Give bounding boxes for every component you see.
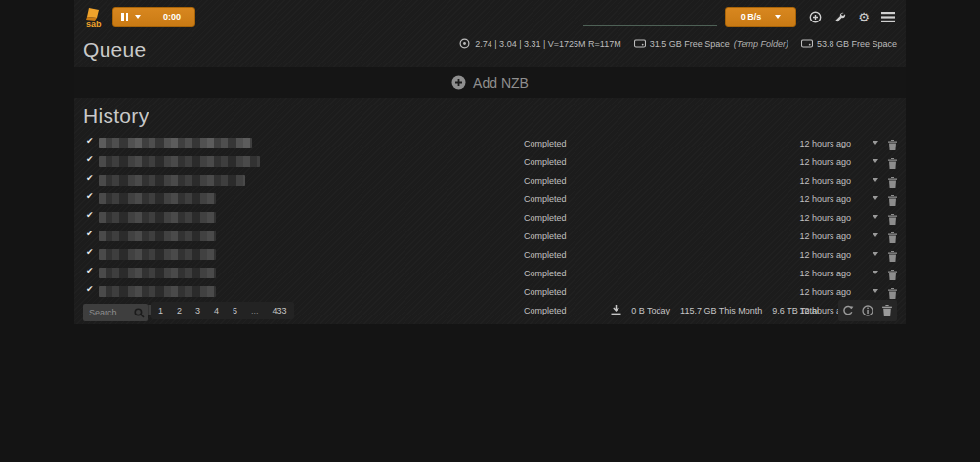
row-dropdown-icon[interactable] — [873, 178, 878, 182]
row-dropdown-icon[interactable] — [873, 215, 878, 219]
status-label: Completed — [524, 194, 567, 204]
hdd-icon — [634, 39, 646, 48]
pause-timer[interactable]: 0:00 — [149, 8, 194, 26]
page-button[interactable]: 1 — [151, 302, 170, 319]
timer-value: 0:00 — [163, 12, 181, 21]
age-label: 12 hours ago — [799, 231, 851, 241]
history-row[interactable]: ✔ Completed 12 hours ago — [74, 227, 906, 245]
check-icon: ✔ — [86, 137, 94, 146]
history-footer: 1 2 3 4 5 ... 433 0 B Today 115.7 GB Thi… — [74, 296, 906, 324]
check-icon: ✔ — [86, 192, 94, 201]
stat-total: 9.6 TB Total — [772, 306, 819, 315]
system-load-icon — [459, 38, 470, 49]
plus-circle-icon[interactable] — [806, 8, 824, 25]
sabnzbd-logo[interactable]: sab — [83, 5, 107, 28]
speed-history-graph — [583, 7, 717, 26]
free-space-temp-note: (Temp Folder) — [734, 39, 788, 49]
job-name-redacted — [99, 268, 216, 278]
stat-today: 0 B Today — [631, 306, 670, 315]
navbar-icons: ⚙ — [806, 8, 897, 25]
page-button[interactable]: 4 — [207, 302, 226, 319]
purge-history-trash-icon[interactable] — [877, 300, 897, 321]
check-icon: ✔ — [86, 230, 94, 238]
add-nzb-label: Add NZB — [473, 75, 529, 91]
page-button[interactable]: 3 — [189, 302, 207, 319]
age-label: 12 hours ago — [799, 157, 851, 167]
status-label: Completed — [524, 231, 567, 241]
page-button[interactable]: 433 — [266, 302, 294, 319]
job-name-redacted — [99, 138, 252, 148]
history-row[interactable]: ✔ Completed 12 hours ago — [74, 134, 906, 152]
main-panel: sab 0:00 0 B/s ⚙ — [74, 0, 906, 324]
check-icon: ✔ — [86, 248, 94, 257]
status-label: Completed — [524, 213, 567, 223]
job-name-redacted — [99, 249, 216, 260]
wrench-icon[interactable] — [831, 8, 848, 25]
free-space-temp: 31.5 GB Free Space — [650, 39, 730, 49]
page-button[interactable]: 5 — [226, 302, 244, 319]
check-icon: ✔ — [86, 285, 94, 294]
add-nzb-dropzone[interactable]: Add NZB — [74, 67, 906, 98]
history-row[interactable]: ✔ Completed 12 hours ago — [74, 189, 906, 208]
row-dropdown-icon[interactable] — [873, 233, 878, 237]
age-label: 12 hours ago — [799, 139, 851, 148]
refresh-icon[interactable] — [838, 300, 858, 321]
history-row[interactable]: ✔ Completed 12 hours ago — [74, 152, 906, 171]
speed-value: 0 B/s — [741, 12, 762, 21]
history-actions — [838, 300, 897, 321]
status-label: Completed — [524, 269, 567, 278]
free-space-complete: 53.8 GB Free Space — [817, 39, 897, 49]
menu-icon[interactable] — [879, 8, 897, 25]
row-dropdown-icon[interactable] — [873, 289, 878, 293]
gear-icon[interactable]: ⚙ — [855, 8, 873, 25]
pagination: 1 2 3 4 5 ... 433 — [151, 302, 294, 319]
status-label: Completed — [524, 176, 567, 186]
pause-icon — [121, 13, 128, 21]
row-dropdown-icon[interactable] — [873, 159, 878, 163]
stat-month: 115.7 GB This Month — [680, 306, 762, 315]
add-nzb-icon — [451, 75, 466, 90]
age-label: 12 hours ago — [799, 213, 851, 223]
history-row[interactable]: ✔ Completed 12 hours ago — [74, 245, 906, 264]
history-title: History — [74, 105, 906, 128]
pause-button[interactable] — [113, 8, 149, 26]
status-label: Completed — [524, 250, 567, 260]
job-name-redacted — [99, 156, 260, 167]
check-icon: ✔ — [86, 267, 94, 275]
history-row[interactable]: ✔ Completed 12 hours ago — [74, 208, 906, 227]
status-label: Completed — [524, 157, 567, 167]
pause-button-group: 0:00 — [112, 7, 195, 27]
age-label: 12 hours ago — [799, 194, 851, 204]
download-icon — [611, 305, 621, 315]
svg-text:sab: sab — [86, 20, 102, 28]
history-row[interactable]: ✔ Completed 12 hours ago — [74, 264, 906, 282]
check-icon: ✔ — [86, 155, 94, 164]
history-list: ✔ Completed 12 hours ago ✔ Completed 12 … — [74, 134, 906, 319]
history-row[interactable]: ✔ Completed 12 hours ago — [74, 171, 906, 189]
job-name-redacted — [99, 231, 216, 241]
age-label: 12 hours ago — [799, 250, 851, 260]
top-navbar: sab 0:00 0 B/s ⚙ — [74, 0, 906, 33]
check-icon: ✔ — [86, 174, 94, 183]
system-load-value: 2.74 | 3.04 | 3.31 | V=1725M R=117M — [475, 39, 620, 49]
job-name-redacted — [99, 193, 216, 204]
chevron-down-icon — [135, 15, 141, 19]
age-label: 12 hours ago — [799, 269, 851, 278]
speed-limit-dropdown[interactable]: 0 B/s — [725, 7, 796, 27]
search-icon — [134, 305, 145, 322]
hdd-icon — [801, 39, 813, 48]
check-icon: ✔ — [86, 211, 94, 220]
row-dropdown-icon[interactable] — [873, 271, 878, 274]
job-name-redacted — [99, 212, 216, 223]
job-name-redacted — [99, 175, 245, 186]
row-dropdown-icon[interactable] — [873, 141, 878, 145]
queue-stats: 2.74 | 3.04 | 3.31 | V=1725M R=117M 31.5… — [459, 38, 897, 49]
info-icon[interactable] — [858, 300, 877, 321]
chevron-down-icon — [775, 15, 781, 19]
row-dropdown-icon[interactable] — [873, 252, 878, 256]
history-search — [83, 302, 148, 319]
age-label: 12 hours ago — [799, 176, 851, 186]
row-dropdown-icon[interactable] — [873, 196, 878, 200]
page-ellipsis: ... — [244, 302, 266, 319]
page-button[interactable]: 2 — [170, 302, 189, 319]
